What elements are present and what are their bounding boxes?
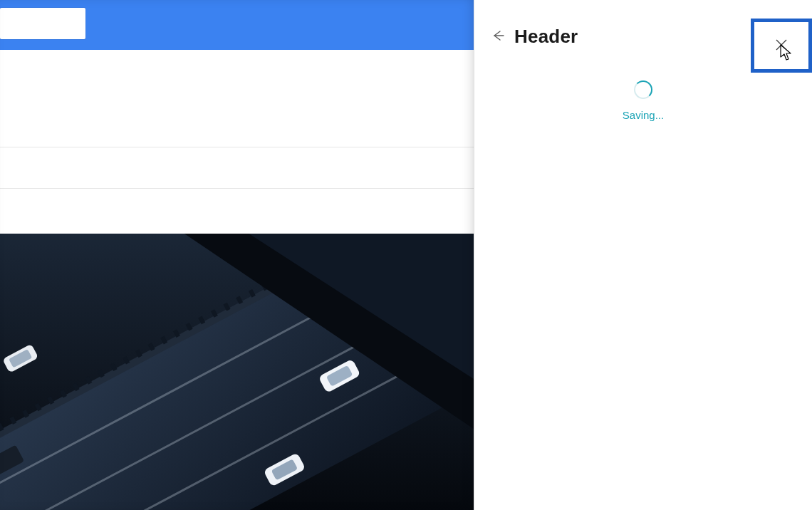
back-arrow-icon [491, 28, 506, 45]
header-edit-panel: Header [474, 0, 812, 510]
spinner-icon [634, 80, 652, 99]
divider [0, 188, 474, 189]
hero-image [0, 234, 474, 510]
divider [0, 147, 474, 147]
main-content-backdrop [0, 0, 474, 510]
close-button-highlight [751, 19, 812, 73]
top-app-bar [0, 0, 474, 50]
close-button[interactable] [766, 30, 797, 61]
saving-status: Saving... [474, 80, 812, 121]
saving-label: Saving... [623, 109, 664, 121]
topbar-input[interactable] [0, 8, 85, 39]
close-icon [774, 38, 788, 54]
panel-title: Header [514, 26, 578, 48]
back-button[interactable] [490, 28, 507, 46]
